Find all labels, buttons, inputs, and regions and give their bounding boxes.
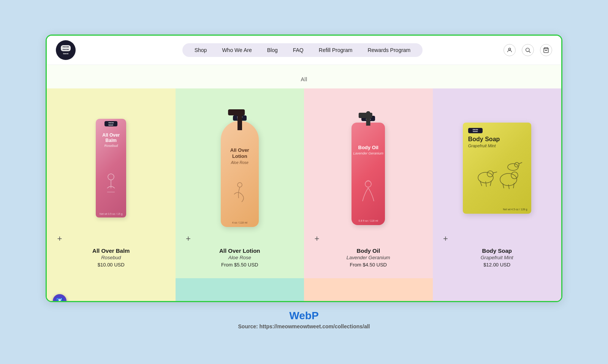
- product-cell-oil: meowtweet Body Oil Lavender Geranium: [304, 88, 433, 278]
- row2-cell-4: [433, 278, 562, 301]
- product-cell-balm: meowtweet All OverBalm Rosebud: [47, 88, 176, 278]
- svg-point-8: [365, 181, 371, 187]
- product-price-lotion: From $5.50 USD: [219, 262, 260, 268]
- svg-point-10: [487, 171, 493, 177]
- page-footer: WebP Source: https://meowmeowtweet.com/c…: [238, 310, 370, 329]
- product-variant-balm: Rosebud: [92, 255, 130, 260]
- nav-item-shop[interactable]: Shop: [195, 47, 207, 53]
- source-label: Source:: [238, 323, 258, 329]
- nav-item-rewards[interactable]: Rewards Program: [367, 47, 410, 53]
- row2-cell-2: [176, 278, 304, 301]
- product-variant-oil: Lavender Geranium: [347, 255, 390, 260]
- row2-cell-3: [304, 278, 433, 301]
- source-url: https://meowmeowtweet.com/collections/al…: [260, 323, 370, 329]
- product-info-lotion: All Over Lotion Aloe Rose From $5.50 USD: [219, 244, 260, 269]
- product-variant-soap: Grapefruit Mint: [481, 255, 513, 260]
- product-image-oil[interactable]: meowtweet Body Oil Lavender Geranium: [310, 96, 427, 240]
- product-image-lotion[interactable]: meowtweet All OverLotion Aloe Rose: [182, 96, 298, 240]
- nav-item-blog[interactable]: Blog: [267, 47, 278, 53]
- nav-item-refill[interactable]: Refill Program: [319, 47, 353, 53]
- nav-pill: Shop Who We Are Blog FAQ Refill Program …: [182, 43, 423, 57]
- svg-point-7: [238, 183, 242, 187]
- add-lotion-button[interactable]: +: [183, 233, 194, 244]
- page-format: WebP: [238, 310, 370, 322]
- product-image-balm[interactable]: meowtweet All OverBalm Rosebud: [53, 96, 169, 240]
- product-price-balm: $10.00 USD: [92, 262, 130, 268]
- add-soap-button[interactable]: +: [440, 233, 451, 244]
- add-oil-button[interactable]: +: [312, 233, 322, 244]
- browser-frame: meowmeow tweet Shop Who We Are Blog FAQ …: [46, 35, 562, 302]
- product-name-soap: Body Soap: [481, 247, 513, 254]
- product-cell-soap: meowtweet Body Soap Grapefruit Mint: [433, 88, 562, 278]
- svg-point-1: [526, 48, 529, 52]
- header-icons: [504, 44, 552, 56]
- nav-item-faq[interactable]: FAQ: [293, 47, 304, 53]
- product-name-balm: All Over Balm: [92, 247, 130, 254]
- svg-point-4: [108, 174, 114, 180]
- product-price-soap: $12.00 USD: [481, 262, 513, 268]
- svg-point-0: [508, 48, 510, 50]
- product-name-lotion: All Over Lotion: [219, 247, 260, 254]
- logo-area[interactable]: meowmeow tweet: [56, 40, 101, 60]
- product-cell-lotion: meowtweet All OverLotion Aloe Rose: [176, 88, 304, 278]
- search-icon-button[interactable]: [522, 44, 534, 56]
- product-name-oil: Body Oil: [347, 247, 390, 254]
- logo-tweet: tweet: [61, 52, 70, 55]
- product-image-soap[interactable]: meowtweet Body Soap Grapefruit Mint: [439, 96, 556, 240]
- main-nav: Shop Who We Are Blog FAQ Refill Program …: [101, 43, 504, 57]
- product-info-balm: All Over Balm Rosebud $10.00 USD: [92, 244, 130, 269]
- svg-line-2: [529, 51, 530, 53]
- balm-tube: meowtweet All OverBalm Rosebud: [96, 119, 126, 217]
- product-price-oil: From $4.50 USD: [347, 262, 390, 268]
- product-grid-row2: [47, 278, 561, 301]
- product-variant-lotion: Aloe Rose: [219, 255, 260, 260]
- site-header: meowmeow tweet Shop Who We Are Blog FAQ …: [47, 36, 561, 65]
- active-filter: All: [301, 76, 307, 82]
- filter-bar: All: [47, 72, 561, 88]
- user-icon-button[interactable]: [504, 44, 516, 56]
- page-source: Source: https://meowmeowtweet.com/collec…: [238, 323, 370, 329]
- site-logo[interactable]: meowmeow tweet: [56, 40, 76, 60]
- add-balm-button[interactable]: +: [54, 233, 65, 244]
- product-grid: meowtweet All OverBalm Rosebud: [47, 88, 561, 278]
- logo-meow: meowmeow: [61, 45, 70, 51]
- product-info-oil: Body Oil Lavender Geranium From $4.50 US…: [347, 244, 390, 269]
- main-content: All meowtweet All OverBalm Rosebud: [47, 65, 561, 301]
- cart-icon-button[interactable]: [540, 44, 552, 56]
- row2-cell-1: [47, 278, 176, 301]
- product-info-soap: Body Soap Grapefruit Mint $12.00 USD: [481, 244, 513, 269]
- nav-item-who-we-are[interactable]: Who We Are: [222, 47, 252, 53]
